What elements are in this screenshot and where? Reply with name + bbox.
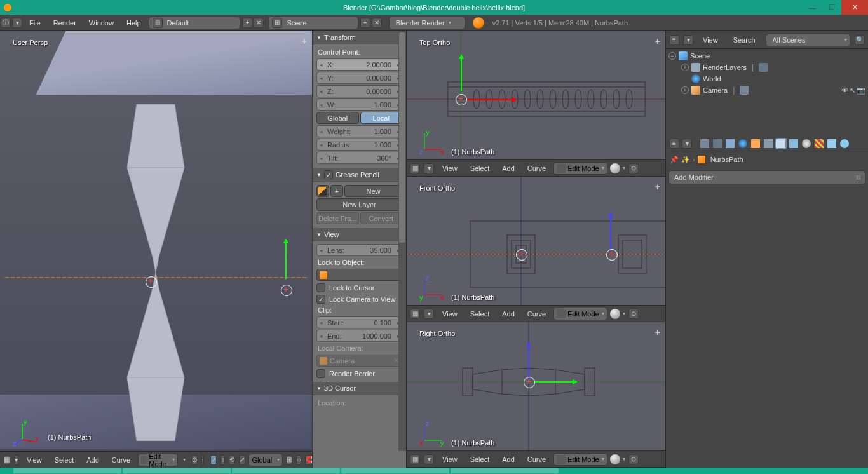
grease-pencil-header[interactable]: ▼ Grease Pencil: [313, 168, 406, 182]
shading-icon[interactable]: [610, 163, 620, 173]
curve-menu[interactable]: Curve: [522, 306, 551, 322]
task-tab[interactable]: [123, 468, 231, 473]
expand-icon[interactable]: −: [668, 52, 676, 60]
select-menu[interactable]: Select: [465, 306, 495, 322]
manipulator-x-axis[interactable]: [467, 99, 515, 100]
scale-manipulator-icon[interactable]: ⤢: [239, 455, 245, 465]
clip-start-field[interactable]: ◂Start:0.100▸: [316, 316, 402, 328]
pivot-icon[interactable]: ⊙: [628, 454, 639, 464]
render-icon[interactable]: 📷: [857, 86, 865, 95]
view-menu[interactable]: View: [437, 451, 463, 467]
z-field[interactable]: ◂Z:0.00000▸: [316, 85, 402, 97]
menu-collapse-icon[interactable]: ▾: [682, 139, 692, 149]
select-menu[interactable]: Select: [465, 451, 495, 467]
pencil-add-icon[interactable]: +: [330, 185, 343, 197]
particles-tab[interactable]: [826, 138, 837, 149]
curve-menu[interactable]: Curve: [107, 452, 135, 468]
viewport-plus-icon[interactable]: +: [655, 327, 660, 337]
shading-icon[interactable]: [610, 309, 620, 319]
layout-dropdown[interactable]: ⊞ Default: [149, 17, 241, 29]
select-menu[interactable]: Select: [50, 452, 79, 468]
tree-scene-row[interactable]: − Scene: [668, 50, 865, 62]
lock-object-field[interactable]: [316, 269, 402, 281]
transform-panel-header[interactable]: ▼Transform: [313, 31, 406, 44]
viewport-plus-icon[interactable]: +: [655, 182, 660, 192]
viewport-main[interactable]: User Persp (1) NurbsPath + y x z ▦ ▾ Vie…: [0, 31, 312, 468]
shading-icon[interactable]: [610, 454, 620, 464]
scene-delete-button[interactable]: ✕: [372, 18, 382, 28]
mode-dropdown[interactable]: Edit Mode▾: [553, 308, 607, 320]
global-button[interactable]: Global: [316, 112, 359, 124]
menu-collapse-icon[interactable]: ▾: [424, 454, 434, 464]
y-field[interactable]: ◂Y:0.00000▸: [316, 72, 402, 84]
object-tab[interactable]: [750, 138, 761, 149]
viewport-front[interactable]: zxy Front Ortho (1) NurbsPath + ▦ ▾ View…: [407, 177, 665, 322]
translate-manipulator-icon[interactable]: ↕: [220, 455, 225, 465]
pivot-icon[interactable]: ⊙: [191, 455, 198, 465]
task-tab[interactable]: [451, 468, 559, 473]
editor-type-3dview-icon[interactable]: ▦: [3, 455, 10, 465]
manipulator-y-axis[interactable]: [461, 57, 462, 91]
pencil-draw-icon[interactable]: [316, 185, 329, 197]
manipulator-y-axis[interactable]: [534, 381, 575, 383]
editor-type-icon[interactable]: ▦: [410, 454, 420, 464]
tree-camera-row[interactable]: + Camera | 👁 ↖ 📷: [668, 85, 865, 96]
manipulator-origin[interactable]: [278, 282, 294, 297]
snap-icon[interactable]: 🧲: [305, 455, 312, 465]
pivot-icon[interactable]: ⊙: [628, 163, 639, 173]
curve-menu[interactable]: Curve: [522, 451, 551, 467]
grease-enable-checkbox[interactable]: [324, 170, 333, 179]
outliner-tree[interactable]: − Scene + RenderLayers | World: [666, 49, 868, 136]
rotate-manipulator-icon[interactable]: ⟲: [229, 455, 235, 465]
layout-delete-button[interactable]: ✕: [254, 18, 264, 28]
scene-dropdown[interactable]: ⊞ Scene: [268, 17, 358, 29]
viewport-top[interactable]: yxz Top Ortho (1) NurbsPath + ▦ ▾ View S…: [407, 31, 665, 177]
w-field[interactable]: ◂W:1.000▸: [316, 98, 402, 111]
close-button[interactable]: ✕: [841, 0, 868, 15]
properties-type-icon[interactable]: ≡: [669, 139, 679, 149]
menu-collapse-icon[interactable]: ▾: [12, 18, 22, 28]
viewport-right[interactable]: zyx Right Ortho (1) NurbsPath + ▦ ▾ View…: [407, 322, 665, 468]
viewport-plus-icon[interactable]: +: [655, 36, 660, 46]
view-panel-header[interactable]: ▼View: [313, 228, 406, 241]
viewport-toggle-panel-icon[interactable]: +: [302, 36, 307, 46]
modifiers-tab[interactable]: [775, 138, 787, 149]
world-tab[interactable]: [737, 138, 749, 149]
manipulator-z-axis[interactable]: [610, 215, 611, 250]
x-field[interactable]: ◂X:2.00000▸: [316, 58, 402, 71]
material-tab[interactable]: [801, 138, 812, 149]
engine-dropdown[interactable]: Blender Render ▾: [389, 17, 465, 29]
editor-type-icon[interactable]: ▦: [410, 309, 420, 319]
render-border-checkbox[interactable]: [316, 369, 325, 378]
lock-cursor-checkbox[interactable]: [316, 283, 325, 292]
texture-tab[interactable]: [813, 138, 825, 149]
pivot-icon[interactable]: ⊙: [628, 309, 639, 319]
scene-browse-icon[interactable]: ⊞: [272, 18, 282, 28]
data-tab[interactable]: [788, 138, 799, 149]
manipulator-y-axis[interactable]: [285, 241, 287, 279]
layers-icon[interactable]: ⊞: [286, 455, 292, 465]
select-menu[interactable]: Select: [465, 160, 495, 176]
layout-add-button[interactable]: +: [242, 18, 252, 28]
window-menu[interactable]: Window: [83, 15, 120, 30]
mode-dropdown[interactable]: Edit Mode ▾: [138, 454, 178, 466]
add-menu[interactable]: Add: [497, 451, 520, 467]
maximize-button[interactable]: ☐: [822, 0, 841, 15]
orientation-dropdown[interactable]: Global ▾: [248, 454, 283, 466]
renderlayers-tab[interactable]: [712, 138, 723, 149]
editor-type-icon[interactable]: ▦: [410, 163, 420, 173]
radius-field[interactable]: ◂Radius:1.000▸: [316, 139, 402, 151]
minimize-button[interactable]: —: [803, 0, 822, 15]
manipulator-toggle-icon[interactable]: ↗: [210, 455, 217, 465]
task-tab[interactable]: [341, 468, 449, 473]
pivot-each-icon[interactable]: ·: [201, 455, 205, 465]
add-menu[interactable]: Add: [81, 452, 104, 468]
lock-camera-checkbox[interactable]: [316, 295, 325, 304]
expand-icon[interactable]: +: [681, 86, 689, 94]
expand-icon[interactable]: +: [681, 64, 689, 71]
prop-edit-icon[interactable]: ○: [296, 455, 301, 465]
new-layer-button[interactable]: New Layer: [316, 198, 402, 211]
editor-type-icon[interactable]: ⓘ: [1, 18, 11, 28]
add-menu[interactable]: Add: [497, 306, 520, 322]
lens-field[interactable]: ◂Lens:35.000▸: [316, 244, 402, 256]
